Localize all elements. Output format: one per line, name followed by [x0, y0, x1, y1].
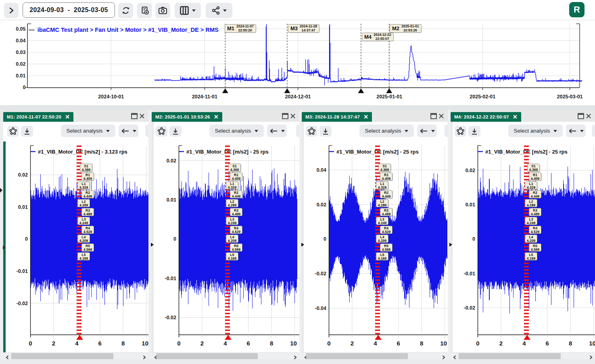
svg-text:-0.01: -0.01: [165, 276, 177, 281]
svg-text:-0.01: -0.01: [464, 271, 476, 277]
svg-text:0: 0: [472, 236, 475, 242]
svg-text:8: 8: [270, 340, 273, 347]
svg-text:2025-02-01: 2025-02-01: [470, 94, 495, 100]
svg-text:10: 10: [290, 340, 297, 347]
svg-text:0: 0: [324, 236, 326, 242]
svg-text:0: 0: [177, 340, 180, 347]
svg-text:0.04: 0.04: [16, 38, 25, 44]
svg-text:0: 0: [23, 85, 26, 90]
svg-text:0: 0: [173, 236, 176, 242]
svg-text:2: 2: [499, 340, 503, 347]
svg-text:4: 4: [223, 340, 227, 347]
svg-text:-0.02: -0.02: [17, 301, 28, 306]
svg-text:#1_VIB_Motor_DE [m/s2] - 3.123: #1_VIB_Motor_DE [m/s2] - 3.123 rps: [38, 149, 127, 155]
svg-text:0.02: 0.02: [317, 202, 326, 208]
svg-text:0.01: 0.01: [16, 73, 25, 79]
svg-text:-0.02: -0.02: [165, 315, 177, 320]
svg-text:6: 6: [546, 340, 549, 347]
svg-text:-0.01: -0.01: [17, 268, 28, 274]
svg-text:0.01: 0.01: [167, 197, 176, 203]
svg-text:4: 4: [374, 340, 377, 347]
svg-text:10: 10: [440, 340, 447, 347]
svg-text:0: 0: [29, 340, 32, 347]
svg-text:0.02: 0.02: [466, 168, 475, 173]
svg-text:2025-03-01: 2025-03-01: [557, 94, 583, 100]
svg-text:10: 10: [142, 340, 148, 347]
svg-text:0.02: 0.02: [16, 61, 25, 67]
svg-text:-0.02: -0.02: [315, 271, 327, 277]
svg-text:0.02: 0.02: [18, 172, 28, 178]
svg-text:0: 0: [25, 236, 28, 242]
svg-text:6: 6: [98, 340, 102, 347]
svg-text:2024-11-01: 2024-11-01: [192, 94, 217, 100]
svg-text:0.04: 0.04: [317, 167, 326, 173]
svg-text:2: 2: [351, 340, 354, 347]
svg-text:0.03: 0.03: [16, 50, 25, 55]
svg-text:2024-10-01: 2024-10-01: [98, 94, 124, 100]
svg-text:8: 8: [121, 340, 125, 347]
svg-text:0.01: 0.01: [18, 204, 28, 210]
svg-text:0: 0: [476, 340, 479, 347]
svg-text:10: 10: [589, 340, 595, 347]
svg-text:8: 8: [420, 340, 423, 347]
svg-text:-0.02: -0.02: [464, 305, 476, 311]
svg-text:8: 8: [569, 340, 572, 347]
svg-text:4: 4: [75, 340, 79, 347]
svg-text:2: 2: [200, 340, 204, 347]
svg-text:0.05: 0.05: [16, 26, 25, 32]
svg-text:0.01: 0.01: [466, 202, 475, 208]
svg-text:-0.04: -0.04: [315, 306, 327, 311]
svg-text:0: 0: [327, 340, 330, 347]
svg-text:0.02: 0.02: [167, 158, 176, 164]
svg-text:2: 2: [52, 340, 55, 347]
svg-text:4: 4: [522, 340, 526, 347]
svg-text:2025-01-01: 2025-01-01: [376, 94, 402, 100]
svg-text:6: 6: [397, 340, 400, 347]
svg-text:2024-12-01: 2024-12-01: [285, 94, 311, 100]
svg-text:6: 6: [247, 340, 250, 347]
